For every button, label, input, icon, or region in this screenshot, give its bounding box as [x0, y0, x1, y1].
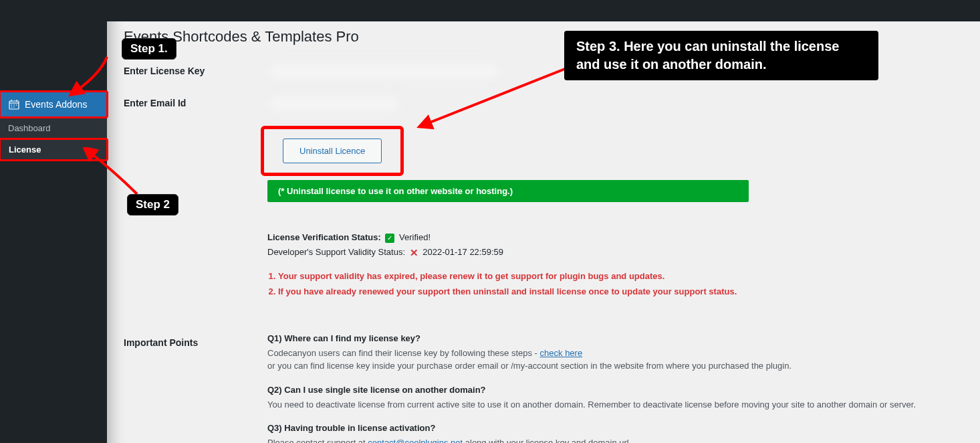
row-uninstall: Uninstall Licence	[124, 126, 963, 176]
warning-item: Your support validity has expired, pleas…	[278, 271, 963, 281]
faq-content: Q1) Where can I find my license key? Cod…	[267, 333, 963, 443]
admin-top-bar	[0, 0, 980, 21]
svg-point-6	[16, 104, 17, 106]
sidebar-item-label: Events Addons	[25, 99, 87, 110]
sidebar-blur-area	[0, 21, 107, 90]
row-email: Enter Email Id	[124, 94, 963, 114]
uninstall-license-button[interactable]: Uninstall Licence	[283, 139, 382, 163]
faq-a1: Codecanyon users can find their license …	[267, 347, 963, 373]
step2-badge: Step 2	[127, 194, 178, 215]
step3-badge: Step 3. Here you can uninstall the licen…	[564, 31, 878, 80]
verification-status: License Verification Status: ✓ Verified!	[267, 232, 963, 243]
highlight-license: License	[0, 138, 108, 161]
svg-point-7	[11, 106, 13, 108]
label-email: Enter Email Id	[124, 94, 267, 114]
step1-badge: Step 1.	[122, 38, 176, 60]
support-status: Developer's Support Validity Status: ✕ 2…	[267, 247, 963, 259]
faq-q3: Q3) Having trouble in license activation…	[267, 423, 963, 433]
status-section: License Verification Status: ✓ Verified!…	[267, 232, 963, 296]
sidebar-item-events-addons[interactable]: Events Addons	[1, 92, 106, 116]
warnings-list: Your support validity has expired, pleas…	[267, 271, 963, 296]
input-email[interactable]	[267, 94, 401, 114]
input-license-key[interactable]	[267, 62, 501, 82]
uninstall-notice: (* Uninstall license to use it on other …	[267, 180, 749, 202]
label-important: Important Points	[124, 333, 267, 443]
svg-point-8	[13, 106, 15, 108]
check-here-link[interactable]: check here	[540, 348, 583, 358]
label-license-key: Enter License Key	[124, 62, 267, 82]
faq-q2: Q2) Can I use single site license on ano…	[267, 385, 963, 395]
sidebar-submenu: Dashboard License	[0, 118, 107, 161]
warning-item: If you have already renewed your support…	[278, 286, 963, 296]
faq-q1: Q1) Where can I find my license key?	[267, 333, 963, 343]
highlight-events-addons: Events Addons	[0, 90, 108, 118]
admin-sidebar: Events Addons Dashboard License	[0, 0, 107, 443]
svg-point-5	[13, 104, 15, 106]
calendar-icon	[7, 98, 21, 111]
x-icon: ✕	[410, 247, 418, 259]
sidebar-sub-license[interactable]: License	[1, 140, 106, 159]
contact-email-link[interactable]: contact@coolplugins.net	[368, 438, 463, 443]
highlight-uninstall-button: Uninstall Licence	[261, 126, 404, 176]
check-icon: ✓	[385, 234, 394, 243]
faq-a3: Please contact support at contact@coolpl…	[267, 436, 963, 443]
svg-point-4	[11, 104, 13, 106]
important-points-row: Important Points Q1) Where can I find my…	[124, 333, 963, 443]
sidebar-sub-dashboard[interactable]: Dashboard	[0, 118, 107, 138]
faq-a2: You need to deactivate license from curr…	[267, 398, 963, 412]
